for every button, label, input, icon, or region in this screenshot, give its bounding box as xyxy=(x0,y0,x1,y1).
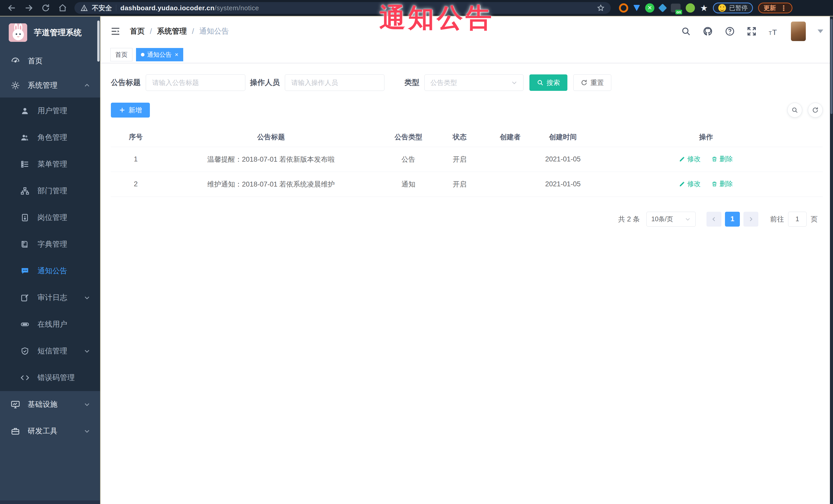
chevron-down-icon xyxy=(84,401,90,408)
book-icon xyxy=(21,240,29,249)
user-avatar[interactable] xyxy=(791,22,806,41)
add-button[interactable]: 新增 xyxy=(111,103,150,118)
total-count: 共 2 条 xyxy=(618,215,640,224)
sidebar-scrollbar-thumb[interactable] xyxy=(97,21,100,62)
sidebar-item-label: 岗位管理 xyxy=(38,213,67,223)
type-select[interactable]: 公告类型 xyxy=(425,74,524,91)
delete-link[interactable]: 删除 xyxy=(711,179,733,188)
page-content: 公告标题 操作人员 类型 公告类型 搜索 重置 新增 xyxy=(101,63,833,226)
fullscreen-icon[interactable] xyxy=(747,26,757,36)
type-filter-label: 类型 xyxy=(404,77,419,88)
security-label[interactable]: 不安全 xyxy=(92,4,112,13)
breadcrumb-system[interactable]: 系统管理 xyxy=(157,26,187,37)
sidebar-item-menu-mgmt[interactable]: 菜单管理 xyxy=(0,151,100,177)
extension-drop-icon[interactable] xyxy=(633,5,640,11)
col-creator: 创建者 xyxy=(484,127,537,147)
search-button[interactable]: 搜索 xyxy=(529,74,567,91)
current-page[interactable]: 1 xyxy=(725,212,740,226)
title-filter-input[interactable] xyxy=(146,74,245,91)
edit-link[interactable]: 修改 xyxy=(679,179,700,188)
browser-menu-icon[interactable]: ⋮ xyxy=(780,4,787,12)
main-area: 首页 / 系统管理 / 通知公告 TT 首页 通知公告 × 公告标题 操作人员 xyxy=(101,17,833,504)
browser-update-button[interactable]: 更新 ⋮ xyxy=(758,3,792,13)
sidebar-item-home[interactable]: 首页 xyxy=(0,49,100,73)
goto-page-input[interactable] xyxy=(788,212,807,226)
tags-view-bar: 首页 通知公告 × xyxy=(101,46,833,63)
prev-page-button[interactable] xyxy=(707,212,721,226)
breadcrumb-home[interactable]: 首页 xyxy=(130,26,145,37)
sidebar-item-role-mgmt[interactable]: 角色管理 xyxy=(0,124,100,151)
sidebar-item-label: 字典管理 xyxy=(38,239,67,249)
sidebar-item-dict-mgmt[interactable]: 字典管理 xyxy=(0,231,100,258)
tab-close-icon[interactable]: × xyxy=(175,52,178,58)
user-icon xyxy=(21,106,29,115)
hamburger-icon[interactable] xyxy=(110,26,121,37)
tab-notice[interactable]: 通知公告 × xyxy=(136,48,183,61)
forward-icon[interactable] xyxy=(24,3,34,13)
reset-button[interactable]: 重置 xyxy=(573,74,611,91)
sidebar: 芋道管理系统 首页 系统管理 用户管理 角色管理 菜单管理 部门管 xyxy=(0,17,100,504)
sidebar-item-label: 在线用户 xyxy=(38,319,67,330)
sidebar-item-system[interactable]: 系统管理 xyxy=(0,73,100,97)
extension-diamond-icon[interactable] xyxy=(658,4,667,12)
edit-link[interactable]: 修改 xyxy=(679,154,700,164)
page-size-select[interactable]: 10条/页 xyxy=(646,212,696,226)
sidebar-item-user-mgmt[interactable]: 用户管理 xyxy=(0,97,100,124)
extension-leaf-icon[interactable] xyxy=(686,3,695,13)
app-logo-row[interactable]: 芋道管理系统 xyxy=(0,17,100,49)
operator-filter-input[interactable] xyxy=(285,74,384,91)
cell-title: 温馨提醒：2018-07-01 若依新版本发布啦 xyxy=(161,147,381,172)
toggle-search-button[interactable] xyxy=(787,103,802,118)
sidebar-item-audit-log[interactable]: 审计日志 xyxy=(0,284,100,311)
search-icon[interactable] xyxy=(681,26,691,36)
col-index: 序号 xyxy=(111,127,161,147)
extensions-row: ✕ on ★ 已暂停 更新 ⋮ xyxy=(619,3,792,13)
operator-filter-label: 操作人员 xyxy=(250,77,280,88)
notice-chat-icon xyxy=(21,267,29,275)
reload-icon[interactable] xyxy=(41,3,51,13)
extension-green-icon[interactable]: ✕ xyxy=(645,3,654,13)
home-icon[interactable] xyxy=(57,3,68,13)
sidebar-item-label: 错误码管理 xyxy=(38,373,75,383)
delete-link[interactable]: 删除 xyxy=(711,154,733,164)
extension-orange-icon[interactable] xyxy=(619,3,628,13)
breadcrumb: 首页 / 系统管理 / 通知公告 xyxy=(130,26,229,37)
avatar-caret-icon[interactable] xyxy=(817,29,823,33)
pagination: 共 2 条 10条/页 1 前往 页 xyxy=(111,212,823,226)
sidebar-item-notice[interactable]: 通知公告 xyxy=(0,258,100,284)
org-tree-icon xyxy=(21,187,29,195)
help-icon[interactable] xyxy=(725,26,735,37)
address-bar[interactable]: 不安全 dashboard.yudao.iocoder.cn/system/no… xyxy=(74,2,611,14)
extension-star-icon[interactable]: ★ xyxy=(700,4,708,12)
breadcrumb-current: 通知公告 xyxy=(199,26,229,37)
profile-paused-badge[interactable]: 已暂停 xyxy=(713,3,753,13)
top-navbar: 首页 / 系统管理 / 通知公告 TT xyxy=(101,17,833,46)
type-select-placeholder: 公告类型 xyxy=(430,78,457,87)
sidebar-item-errorcode-mgmt[interactable]: 错误码管理 xyxy=(0,364,100,391)
edit-log-icon xyxy=(21,293,29,302)
sidebar-item-infrastructure[interactable]: 基础设施 xyxy=(0,391,100,418)
active-dot-icon xyxy=(141,53,144,56)
sidebar-item-label: 用户管理 xyxy=(38,106,67,116)
col-status: 状态 xyxy=(435,127,484,147)
col-created: 创建时间 xyxy=(537,127,589,147)
scrollbar-thumb[interactable] xyxy=(830,19,832,114)
viewport-scrollbar[interactable] xyxy=(830,17,833,504)
back-icon[interactable] xyxy=(7,3,17,13)
next-page-button[interactable] xyxy=(743,212,758,226)
cell-status: 开启 xyxy=(435,147,484,172)
github-icon[interactable] xyxy=(703,26,713,37)
sidebar-item-devtools[interactable]: 研发工具 xyxy=(0,418,100,445)
sidebar-item-post-mgmt[interactable]: 岗位管理 xyxy=(0,204,100,231)
badge-icon xyxy=(21,213,29,222)
sidebar-item-label: 基础设施 xyxy=(28,399,57,410)
extension-switch-icon[interactable]: on xyxy=(671,4,681,12)
font-size-icon[interactable]: TT xyxy=(768,26,779,36)
refresh-button[interactable] xyxy=(808,103,823,118)
sidebar-item-online-users[interactable]: 在线用户 xyxy=(0,311,100,338)
table-row: 2 维护通知：2018-07-01 若依系统凌晨维护 通知 开启 2021-01… xyxy=(111,172,823,197)
sidebar-item-dept-mgmt[interactable]: 部门管理 xyxy=(0,177,100,204)
tab-home[interactable]: 首页 xyxy=(110,48,133,61)
sidebar-item-sms-mgmt[interactable]: 短信管理 xyxy=(0,338,100,364)
bookmark-star-icon[interactable] xyxy=(597,4,604,12)
